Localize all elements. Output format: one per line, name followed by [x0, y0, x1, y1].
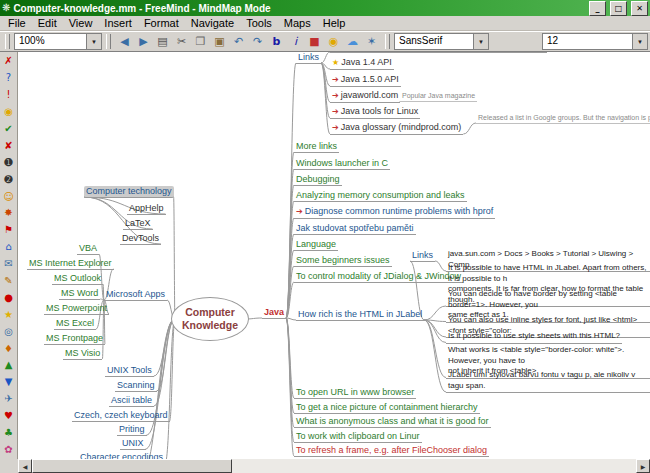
link-icon[interactable]: ✶ — [362, 33, 381, 51]
maximize-button[interactable]: □ — [610, 1, 627, 16]
minimize-button[interactable]: _ — [589, 1, 606, 16]
mail-icon[interactable]: ✉ — [1, 256, 17, 273]
menu-item-format[interactable]: Format — [138, 17, 185, 29]
map-node-javatools[interactable]: ➔Java tools for Linux — [330, 106, 420, 119]
navigate-forward-icon[interactable]: ▶ — [134, 33, 153, 51]
bold-icon[interactable]: b — [267, 33, 286, 51]
map-node-modality[interactable]: To control modality of JDialog & JWindow — [294, 271, 463, 283]
navigate-back-icon[interactable]: ◀ — [115, 33, 134, 51]
toolbar-grip[interactable] — [5, 34, 10, 49]
scroll-right-icon[interactable]: ▶ — [636, 459, 650, 473]
flag-icon[interactable]: ⚑ — [1, 222, 17, 239]
map-node-java[interactable]: Java — [262, 307, 286, 319]
map-node-unix[interactable]: UNIX — [120, 438, 146, 450]
map-node-center[interactable]: Computer Knowledge — [171, 297, 249, 341]
chevron-down-icon[interactable]: ▼ — [632, 34, 647, 49]
scroll-left-icon[interactable]: ◀ — [18, 459, 32, 473]
flower-icon[interactable]: ✿ — [1, 441, 17, 458]
cancel-icon[interactable]: ✘ — [1, 137, 17, 154]
remove-icon-icon[interactable]: ✗ — [1, 53, 17, 70]
font-color-icon[interactable]: ■ — [305, 33, 324, 51]
map-node-diagnose[interactable]: ➔Diagnose common runtime problems with h… — [294, 206, 495, 219]
map-node-clipboard[interactable]: To work with clipboard on Linur — [294, 431, 422, 443]
map-node-czech[interactable]: Czech, czech keyboard — [72, 410, 170, 422]
map-node-msword[interactable]: MS Word — [59, 288, 100, 300]
cut-icon[interactable]: ✂ — [172, 33, 191, 51]
map-node-language[interactable]: Language — [294, 239, 338, 251]
menu-item-edit[interactable]: Edit — [32, 17, 63, 29]
map-node-msapps[interactable]: Microsoft Apps — [104, 289, 167, 301]
map-node-morelinks[interactable]: More links — [294, 141, 339, 153]
map-node-msvisio[interactable]: MS Visio — [63, 348, 102, 360]
magnifier-icon[interactable]: ◎ — [1, 323, 17, 340]
map-node-priting[interactable]: Priting — [117, 424, 147, 436]
print-icon[interactable]: ▤ — [153, 33, 172, 51]
bookmark-icon[interactable]: ♦ — [1, 340, 17, 357]
toolbar-grip[interactable] — [106, 34, 111, 49]
horizontal-scrollbar[interactable]: ◀ ▶ — [18, 459, 650, 473]
font-family-combobox[interactable]: SansSerif ▼ — [394, 33, 489, 50]
zoom-combobox[interactable]: 100% ▼ — [14, 33, 102, 50]
home-icon[interactable]: ⌂ — [1, 239, 17, 256]
map-node-links1[interactable]: Links — [296, 52, 321, 64]
map-node-links2[interactable]: Links — [410, 250, 435, 262]
menu-item-help[interactable]: Help — [317, 17, 352, 29]
map-node-refresh[interactable]: To refresh a frame, e.g. after FileChoos… — [294, 445, 489, 457]
map-node-para4[interactable]: Is it possible to use style sheets with … — [446, 331, 622, 344]
map-node-para6[interactable]: JLabel umí stylovat barvu fontu v tagu p… — [446, 370, 650, 393]
clover-icon[interactable]: ♣ — [1, 425, 17, 442]
map-node-latex[interactable]: LaTeX — [123, 218, 153, 230]
smiley-icon[interactable]: ☺ — [1, 188, 17, 205]
scrollbar-track[interactable] — [32, 459, 636, 473]
map-node-apphelp[interactable]: AppHelp — [127, 203, 166, 215]
idea-icon[interactable]: ◉ — [324, 33, 343, 51]
map-node-note_released[interactable]: Released a list in Google groups. But th… — [476, 114, 650, 124]
mindmap-canvas[interactable]: Computer KnowledgeComputer technologyApp… — [0, 0, 650, 473]
map-node-java150[interactable]: ➔Java 1.5.0 API — [330, 74, 401, 87]
map-node-asciitable[interactable]: Ascii table — [109, 395, 154, 407]
map-node-javaglossary[interactable]: ➔Java glossary (mindprod.com) — [330, 122, 463, 135]
map-node-debugging[interactable]: Debugging — [294, 174, 342, 186]
pencil-icon[interactable]: ✎ — [1, 273, 17, 290]
number-2-icon[interactable]: ➋ — [1, 171, 17, 188]
chevron-down-icon[interactable]: ▼ — [86, 34, 101, 49]
heart-icon[interactable]: ♥ — [1, 408, 17, 425]
bomb-icon[interactable]: ✸ — [1, 205, 17, 222]
number-1-icon[interactable]: ➊ — [1, 154, 17, 171]
map-node-javaworld[interactable]: ➔javaworld.com — [330, 90, 400, 103]
map-node-msie[interactable]: MS Internet Explorer — [27, 258, 114, 270]
map-node-comptech[interactable]: Computer technology — [84, 186, 174, 198]
scrollbar-thumb[interactable] — [32, 459, 232, 473]
star-icon[interactable]: ★ — [1, 306, 17, 323]
menu-item-maps[interactable]: Maps — [278, 17, 317, 29]
undo-icon[interactable]: ↶ — [229, 33, 248, 51]
cloud-icon[interactable]: ☁ — [343, 33, 362, 51]
chevron-down-icon[interactable]: ▼ — [473, 34, 488, 49]
map-node-msoutlook[interactable]: MS Outlook — [52, 273, 103, 285]
paste-icon[interactable]: ▣ — [210, 33, 229, 51]
help-icon[interactable]: ? — [1, 70, 17, 87]
map-node-note_magazine[interactable]: Popular Java magazine — [400, 92, 477, 102]
menu-item-navigate[interactable]: Navigate — [185, 17, 240, 29]
map-node-msfrontpage[interactable]: MS Frontpage — [44, 333, 105, 345]
map-node-howrich[interactable]: How rich is the HTML in JLabel — [296, 309, 424, 321]
italic-icon[interactable]: i — [286, 33, 305, 51]
map-node-java14[interactable]: ★Java 1.4 API — [330, 57, 394, 70]
map-node-beginners[interactable]: Some beginners issues — [294, 255, 392, 267]
map-node-mspowerpoint[interactable]: MS Powerpoint — [44, 303, 109, 315]
close-button[interactable]: ✕ — [631, 1, 648, 16]
launch-icon[interactable]: ✈ — [1, 391, 17, 408]
menu-item-view[interactable]: View — [63, 17, 99, 29]
menu-item-tools[interactable]: Tools — [240, 17, 278, 29]
idea-icon[interactable]: ◉ — [1, 104, 17, 121]
map-node-openurl[interactable]: To open URL in www browser — [294, 387, 416, 399]
map-node-scanning[interactable]: Scanning — [115, 380, 157, 392]
arrow-down-icon[interactable]: ▼ — [1, 374, 17, 391]
font-size-combobox[interactable]: 12 ▼ — [542, 33, 648, 50]
redo-icon[interactable]: ↷ — [248, 33, 267, 51]
map-node-anonymous[interactable]: What is anonymous class and what it is g… — [294, 416, 491, 428]
warning-icon[interactable]: ! — [1, 87, 17, 104]
arrow-up-icon[interactable]: ▲ — [1, 357, 17, 374]
map-node-analyzing[interactable]: Analyzing memory consumption and leaks — [294, 190, 467, 202]
map-node-unixtools[interactable]: UNIX Tools — [105, 365, 154, 377]
